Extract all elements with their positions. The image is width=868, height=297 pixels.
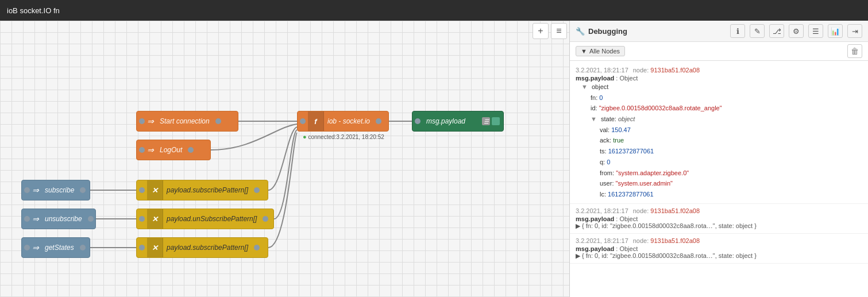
debug-node-btn[interactable]: ⎇ <box>769 24 784 38</box>
debug-msg-key-1: msg.payload <box>576 75 614 82</box>
debug-edit-btn[interactable]: ✎ <box>750 24 765 38</box>
subscribe-label: subscribe <box>41 186 78 194</box>
node-start-connection[interactable]: ⇒ Start connection <box>136 111 238 132</box>
debug-title-icon: 🔧 <box>576 27 585 36</box>
debug-msg-key-3: msg.payload <box>576 245 614 252</box>
msg-payload-label: msg.payload <box>423 117 469 125</box>
flow-menu-button[interactable]: ≡ <box>551 23 567 39</box>
debug-timestamp-3: 3.2.2021, 18:21:17 <box>576 237 628 244</box>
port-right-subscribe <box>80 187 86 193</box>
fn-icon-iob-socket: f <box>308 111 324 131</box>
sub-pattern2-label: payload.subscribePattern[] <box>163 244 252 252</box>
debug-panel: 🔧 Debugging ℹ ✎ ⎇ ⚙ ☰ 📊 ⇥ ▼ Alle Nodes 🗑 <box>569 21 868 297</box>
node-subscribe-pattern2[interactable]: ✕ payload.subscribePattern[] <box>136 237 268 258</box>
sub-pattern-label: payload.subscribePattern[] <box>163 186 252 194</box>
debug-node-id-1: node: 9131ba51.f02a08 <box>633 67 700 74</box>
debug-collapsed-row-3[interactable]: ▶ { fn: 0, id: "zigbee.0.00158d00032c8aa… <box>576 252 862 260</box>
port-left-subscribe <box>24 187 30 193</box>
debug-entry-2: 3.2.2021, 18:21:17 node: 9131ba51.f02a08… <box>570 204 868 234</box>
debug-tree-1: ▼ object fn: 0 id: "zigbee.0.00158d00032… <box>576 82 862 200</box>
tree-state-body: val: 150.47 ack: true ts: 1612372877061 … <box>591 125 862 200</box>
port-right-unsub-pattern <box>263 216 268 222</box>
debug-node-suffix-2: .f02a08 <box>678 207 700 214</box>
debug-node-id-2: node: 9131ba51.f02a08 <box>633 207 700 214</box>
debug-header: 🔧 Debugging ℹ ✎ ⎇ ⚙ ☰ 📊 ⇥ <box>570 21 868 42</box>
app-title: ioB socket.IO fn <box>7 6 60 15</box>
node-iob-socket[interactable]: f iob - socket.io <box>297 111 389 132</box>
node-msg-payload[interactable]: msg.payload ☰ <box>412 111 504 132</box>
filter-nodes-btn[interactable]: ▼ Alle Nodes <box>576 46 625 56</box>
add-flow-button[interactable]: + <box>533 23 549 39</box>
arrow-icon-getstates: ⇒ <box>32 243 39 252</box>
filter-icon: ▼ <box>581 48 587 55</box>
port-right-unsubscribe <box>88 216 94 222</box>
debug-expand-btn[interactable]: ⇥ <box>847 24 862 38</box>
filter-label: Alle Nodes <box>589 48 620 55</box>
port-right-sub-pattern2 <box>254 245 260 250</box>
clear-debug-btn[interactable]: 🗑 <box>847 44 862 58</box>
debug-node-id-2-red: 9131ba51 <box>650 207 678 214</box>
port-left-iob-socket <box>300 118 306 124</box>
debug-title: 🔧 Debugging <box>576 27 726 36</box>
debug-entry-2-header: 3.2.2021, 18:21:17 node: 9131ba51.f02a08 <box>576 207 862 214</box>
debug-node-suffix-1: .f02a08 <box>678 67 700 74</box>
tree-lc: lc: 1612372877061 <box>600 189 862 200</box>
node-subscribe-pattern[interactable]: ✕ payload.subscribePattern[] <box>136 180 268 200</box>
tree-user: user: "system.user.admin" <box>600 178 862 189</box>
debug-node-suffix-3: .f02a08 <box>678 237 700 244</box>
port-right-getstates <box>80 245 86 250</box>
debug-timestamp-2: 3.2.2021, 18:21:17 <box>576 207 628 214</box>
node-unsub-pattern[interactable]: ✕ payload.unSubscribePattern[] <box>136 209 274 229</box>
port-left-sub-pattern2 <box>139 245 145 250</box>
node-logout[interactable]: ⇒ LogOut <box>136 140 211 160</box>
debug-node-id-1-red: 9131ba51 <box>650 67 678 74</box>
main-layout: + ≡ ⇒ Start <box>0 21 868 297</box>
debug-content[interactable]: 3.2.2021, 18:21:17 node: 9131ba51.f02a08… <box>570 61 868 297</box>
debug-msg-key-2: msg.payload <box>576 215 614 222</box>
debug-info-btn[interactable]: ℹ <box>730 24 745 38</box>
debug-settings-btn[interactable]: ⚙ <box>789 24 804 38</box>
unsubscribe-label: unsubscribe <box>41 215 86 223</box>
tree-ack: ack: true <box>600 135 862 146</box>
port-left-sub-pattern <box>139 187 145 193</box>
function-icon-unsub-pattern: ✕ <box>147 209 163 229</box>
port-left-getstates <box>24 245 30 250</box>
tree-fn: fn: 0 <box>591 92 862 103</box>
debug-entry-3: 3.2.2021, 18:21:17 node: 9131ba51.f02a08… <box>570 234 868 264</box>
canvas-area[interactable]: + ≡ ⇒ Start <box>0 21 569 297</box>
port-left-logout <box>139 147 145 153</box>
unsub-pattern-label: payload.unSubscribePattern[] <box>163 215 260 223</box>
start-connection-label: Start connection <box>156 117 213 125</box>
tree-q: q: 0 <box>600 157 862 168</box>
canvas-toolbar: + ≡ <box>530 21 569 41</box>
port-left-unsubscribe <box>24 216 30 222</box>
node-subscribe[interactable]: ⇒ subscribe <box>21 180 90 200</box>
tree-state-label: ▼ state: object <box>591 114 862 125</box>
debug-toolbar: ▼ Alle Nodes 🗑 <box>570 42 868 61</box>
collapsed-text-2: ▶ { fn: 0, id: "zigbee.0.00158d00032c8aa… <box>576 222 757 230</box>
port-left-start-connection <box>139 118 145 124</box>
debug-title-text: Debugging <box>588 27 627 36</box>
debug-entry-1: 3.2.2021, 18:21:17 node: 9131ba51.f02a08… <box>570 63 868 204</box>
debug-msg-type-1: msg.payload : Object <box>576 75 862 82</box>
port-right-start-connection <box>215 118 221 124</box>
collapsed-text-3: ▶ { fn: 0, id: "zigbee.0.00158d00032c8aa… <box>576 252 757 260</box>
tree-object-body: fn: 0 id: "zigbee.0.00158d00032c8aa8.rot… <box>581 92 862 200</box>
port-right-iob-socket <box>376 118 381 124</box>
debug-collapsed-row-2[interactable]: ▶ { fn: 0, id: "zigbee.0.00158d00032c8aa… <box>576 222 862 230</box>
debug-msg-type-2: msg.payload : Object <box>576 215 862 222</box>
function-icon-sub-pattern: ✕ <box>147 180 163 200</box>
iob-socket-status: ● connected:3.2.2021, 18:20:52 <box>303 133 384 140</box>
top-bar: ioB socket.IO fn <box>0 0 868 21</box>
debug-node-id-3-red: 9131ba51 <box>650 237 678 244</box>
tree-from: from: "system.adapter.zigbee.0" <box>600 168 862 179</box>
tree-object-label: ▼ object <box>581 82 862 92</box>
node-getstates[interactable]: ⇒ getStates <box>21 237 90 258</box>
debug-list-btn[interactable]: ☰ <box>808 24 823 38</box>
port-left-unsub-pattern <box>139 216 145 222</box>
debug-entry-1-header: 3.2.2021, 18:21:17 node: 9131ba51.f02a08 <box>576 67 862 74</box>
debug-chart-btn[interactable]: 📊 <box>828 24 843 38</box>
list-icon[interactable]: ☰ <box>482 117 490 125</box>
arrow-icon-start: ⇒ <box>147 117 154 126</box>
node-unsubscribe[interactable]: ⇒ unsubscribe <box>21 209 96 229</box>
